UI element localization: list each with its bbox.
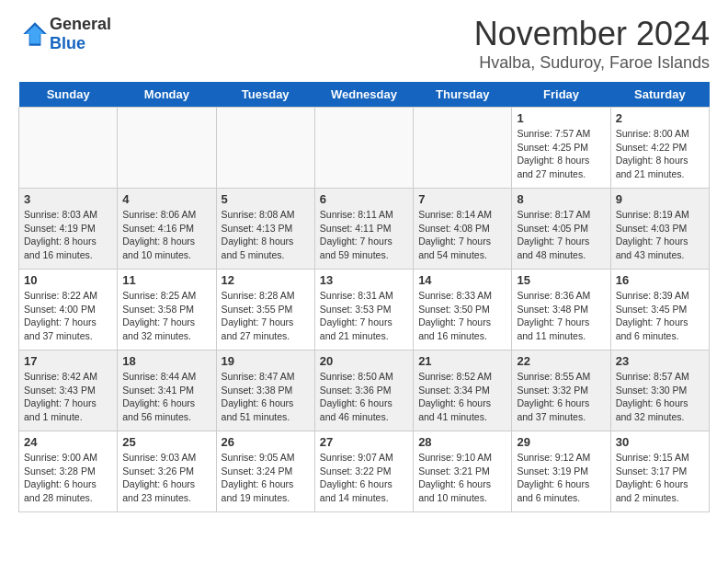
day-number: 14 xyxy=(418,273,506,287)
day-number: 8 xyxy=(517,192,605,206)
day-number: 30 xyxy=(616,435,704,449)
day-info: Sunrise: 8:33 AM Sunset: 3:50 PM Dayligh… xyxy=(418,289,506,343)
calendar-cell: 6Sunrise: 8:11 AM Sunset: 4:11 PM Daylig… xyxy=(314,189,413,270)
calendar-cell: 17Sunrise: 8:42 AM Sunset: 3:43 PM Dayli… xyxy=(19,350,118,431)
calendar-cell: 11Sunrise: 8:25 AM Sunset: 3:58 PM Dayli… xyxy=(118,270,216,350)
day-number: 18 xyxy=(122,354,210,368)
day-info: Sunrise: 8:50 AM Sunset: 3:36 PM Dayligh… xyxy=(320,370,408,424)
day-info: Sunrise: 8:36 AM Sunset: 3:48 PM Dayligh… xyxy=(517,289,605,343)
svg-marker-1 xyxy=(26,25,45,43)
day-info: Sunrise: 8:28 AM Sunset: 3:55 PM Dayligh… xyxy=(222,289,310,343)
day-info: Sunrise: 8:11 AM Sunset: 4:11 PM Dayligh… xyxy=(320,208,408,262)
day-info: Sunrise: 9:03 AM Sunset: 3:26 PM Dayligh… xyxy=(122,451,210,505)
day-info: Sunrise: 8:25 AM Sunset: 3:58 PM Dayligh… xyxy=(122,289,210,343)
weekday-header-sunday: Sunday xyxy=(19,82,118,108)
calendar-cell: 27Sunrise: 9:07 AM Sunset: 3:22 PM Dayli… xyxy=(314,431,413,512)
day-number: 19 xyxy=(222,354,310,368)
day-info: Sunrise: 9:12 AM Sunset: 3:19 PM Dayligh… xyxy=(517,451,605,505)
calendar-cell xyxy=(414,108,512,189)
header: General Blue November 2024 Hvalba, Sudur… xyxy=(18,15,710,73)
day-info: Sunrise: 8:17 AM Sunset: 4:05 PM Dayligh… xyxy=(517,208,605,262)
day-number: 25 xyxy=(122,435,210,449)
logo-text: General Blue xyxy=(50,15,111,53)
day-number: 11 xyxy=(122,273,210,287)
calendar-cell: 25Sunrise: 9:03 AM Sunset: 3:26 PM Dayli… xyxy=(118,431,216,512)
calendar-week-3: 10Sunrise: 8:22 AM Sunset: 4:00 PM Dayli… xyxy=(19,270,710,350)
calendar-cell xyxy=(19,108,118,189)
day-number: 6 xyxy=(320,192,408,206)
calendar-cell: 20Sunrise: 8:50 AM Sunset: 3:36 PM Dayli… xyxy=(314,350,413,431)
day-info: Sunrise: 7:57 AM Sunset: 4:25 PM Dayligh… xyxy=(517,127,605,181)
weekday-header-monday: Monday xyxy=(118,82,216,108)
day-info: Sunrise: 8:52 AM Sunset: 3:34 PM Dayligh… xyxy=(418,370,506,424)
day-info: Sunrise: 8:22 AM Sunset: 4:00 PM Dayligh… xyxy=(24,289,112,343)
title-area: November 2024 Hvalba, Suduroy, Faroe Isl… xyxy=(474,15,710,73)
logo-icon xyxy=(20,19,50,49)
day-number: 4 xyxy=(122,192,210,206)
calendar-cell: 2Sunrise: 8:00 AM Sunset: 4:22 PM Daylig… xyxy=(610,108,709,189)
calendar-cell xyxy=(118,108,216,189)
calendar-cell: 15Sunrise: 8:36 AM Sunset: 3:48 PM Dayli… xyxy=(512,270,610,350)
calendar-table: SundayMondayTuesdayWednesdayThursdayFrid… xyxy=(18,82,710,512)
day-number: 3 xyxy=(24,192,112,206)
day-info: Sunrise: 8:03 AM Sunset: 4:19 PM Dayligh… xyxy=(24,208,112,262)
calendar-cell: 5Sunrise: 8:08 AM Sunset: 4:13 PM Daylig… xyxy=(216,189,314,270)
day-number: 5 xyxy=(222,192,310,206)
day-number: 23 xyxy=(616,354,704,368)
day-number: 26 xyxy=(222,435,310,449)
calendar-body: 1Sunrise: 7:57 AM Sunset: 4:25 PM Daylig… xyxy=(19,108,710,512)
day-number: 7 xyxy=(418,192,506,206)
calendar-cell: 21Sunrise: 8:52 AM Sunset: 3:34 PM Dayli… xyxy=(414,350,512,431)
weekday-header-wednesday: Wednesday xyxy=(314,82,413,108)
day-number: 22 xyxy=(517,354,605,368)
weekday-header-saturday: Saturday xyxy=(610,82,709,108)
weekday-header-thursday: Thursday xyxy=(414,82,512,108)
day-number: 21 xyxy=(418,354,506,368)
day-info: Sunrise: 8:31 AM Sunset: 3:53 PM Dayligh… xyxy=(320,289,408,343)
calendar-week-1: 1Sunrise: 7:57 AM Sunset: 4:25 PM Daylig… xyxy=(19,108,710,189)
day-number: 13 xyxy=(320,273,408,287)
main-container: General Blue November 2024 Hvalba, Sudur… xyxy=(0,0,728,527)
day-number: 15 xyxy=(517,273,605,287)
day-info: Sunrise: 8:14 AM Sunset: 4:08 PM Dayligh… xyxy=(418,208,506,262)
day-info: Sunrise: 8:42 AM Sunset: 3:43 PM Dayligh… xyxy=(24,370,112,424)
calendar-week-4: 17Sunrise: 8:42 AM Sunset: 3:43 PM Dayli… xyxy=(19,350,710,431)
logo: General Blue xyxy=(18,15,111,53)
day-number: 17 xyxy=(24,354,112,368)
calendar-cell: 29Sunrise: 9:12 AM Sunset: 3:19 PM Dayli… xyxy=(512,431,610,512)
calendar-cell: 8Sunrise: 8:17 AM Sunset: 4:05 PM Daylig… xyxy=(512,189,610,270)
day-info: Sunrise: 8:57 AM Sunset: 3:30 PM Dayligh… xyxy=(616,370,704,424)
day-number: 1 xyxy=(517,111,605,125)
day-info: Sunrise: 8:19 AM Sunset: 4:03 PM Dayligh… xyxy=(616,208,704,262)
logo-blue-text: Blue xyxy=(50,34,111,53)
calendar-cell: 26Sunrise: 9:05 AM Sunset: 3:24 PM Dayli… xyxy=(216,431,314,512)
weekday-header-tuesday: Tuesday xyxy=(216,82,314,108)
day-info: Sunrise: 9:07 AM Sunset: 3:22 PM Dayligh… xyxy=(320,451,408,505)
day-info: Sunrise: 8:55 AM Sunset: 3:32 PM Dayligh… xyxy=(517,370,605,424)
day-number: 9 xyxy=(616,192,704,206)
day-number: 29 xyxy=(517,435,605,449)
calendar-header: SundayMondayTuesdayWednesdayThursdayFrid… xyxy=(19,82,710,108)
calendar-cell: 12Sunrise: 8:28 AM Sunset: 3:55 PM Dayli… xyxy=(216,270,314,350)
calendar-cell: 7Sunrise: 8:14 AM Sunset: 4:08 PM Daylig… xyxy=(414,189,512,270)
day-number: 24 xyxy=(24,435,112,449)
calendar-cell: 16Sunrise: 8:39 AM Sunset: 3:45 PM Dayli… xyxy=(610,270,709,350)
day-number: 20 xyxy=(320,354,408,368)
day-info: Sunrise: 9:00 AM Sunset: 3:28 PM Dayligh… xyxy=(24,451,112,505)
day-number: 10 xyxy=(24,273,112,287)
weekday-header-row: SundayMondayTuesdayWednesdayThursdayFrid… xyxy=(19,82,710,108)
day-number: 2 xyxy=(616,111,704,125)
calendar-week-2: 3Sunrise: 8:03 AM Sunset: 4:19 PM Daylig… xyxy=(19,189,710,270)
day-number: 28 xyxy=(418,435,506,449)
logo-general-text: General xyxy=(50,15,111,34)
calendar-cell: 13Sunrise: 8:31 AM Sunset: 3:53 PM Dayli… xyxy=(314,270,413,350)
calendar-cell: 10Sunrise: 8:22 AM Sunset: 4:00 PM Dayli… xyxy=(19,270,118,350)
day-info: Sunrise: 8:06 AM Sunset: 4:16 PM Dayligh… xyxy=(122,208,210,262)
day-number: 16 xyxy=(616,273,704,287)
calendar-cell: 9Sunrise: 8:19 AM Sunset: 4:03 PM Daylig… xyxy=(610,189,709,270)
calendar-cell: 18Sunrise: 8:44 AM Sunset: 3:41 PM Dayli… xyxy=(118,350,216,431)
day-info: Sunrise: 8:47 AM Sunset: 3:38 PM Dayligh… xyxy=(222,370,310,424)
day-info: Sunrise: 8:08 AM Sunset: 4:13 PM Dayligh… xyxy=(222,208,310,262)
day-number: 27 xyxy=(320,435,408,449)
weekday-header-friday: Friday xyxy=(512,82,610,108)
